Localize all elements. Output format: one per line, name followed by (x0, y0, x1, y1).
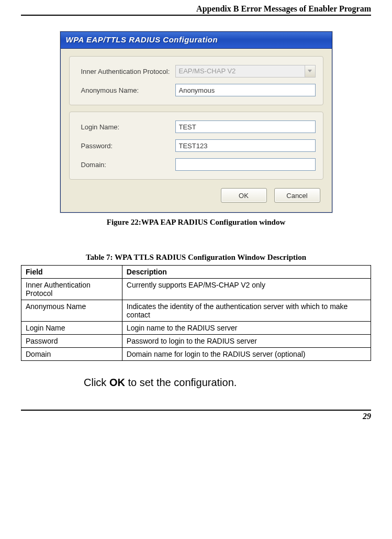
instruction-text: Click OK to set the configuration. (84, 377, 371, 389)
login-name-input[interactable] (175, 120, 316, 133)
cell-field: Inner Authentication Protocol (21, 279, 122, 300)
cell-desc: Domain name for login to the RADIUS serv… (122, 348, 371, 361)
auth-group: Inner Authentication Protocol: EAP/MS-CH… (69, 56, 323, 105)
cell-field: Domain (21, 348, 122, 361)
table-row: Password Password to login to the RADIUS… (21, 335, 371, 348)
table-caption: Table 7: WPA TTLS RADIUS Configuration W… (21, 253, 371, 262)
cell-field: Password (21, 335, 122, 348)
anonymous-name-label: Anonymous Name: (81, 86, 175, 94)
table-row: Inner Authentication Protocol Currently … (21, 279, 371, 300)
cell-desc: Currently supports EAP/MS-CHAP V2 only (122, 279, 371, 300)
figure-caption: Figure 22:WPA EAP RADIUS Configuration w… (21, 218, 371, 227)
password-input[interactable] (175, 139, 316, 152)
th-field: Field (21, 266, 122, 279)
cell-desc: Login name to the RADIUS server (122, 322, 371, 335)
page-header: Appendix B Error Messages of Enabler Pro… (21, 0, 371, 14)
config-table: Field Description Inner Authentication P… (21, 265, 371, 361)
login-group: Login Name: Password: Domain: (69, 112, 323, 180)
inner-auth-label: Inner Authentication Protocol: (81, 68, 175, 75)
screenshot-figure: WPA EAP/TTLS RADIUS Configuration Inner … (21, 31, 371, 213)
instruction-post: to set the configuration. (125, 377, 237, 388)
table-row: Anonymous Name Indicates the identity of… (21, 300, 371, 322)
login-name-label: Login Name: (81, 123, 175, 131)
cell-field: Login Name (21, 322, 122, 335)
cell-desc: Indicates the identity of the authentica… (122, 300, 371, 322)
header-rule (21, 15, 371, 16)
cell-field: Anonymous Name (21, 300, 122, 322)
instruction-bold: OK (109, 377, 125, 388)
domain-input[interactable] (175, 158, 316, 171)
xp-dialog: WPA EAP/TTLS RADIUS Configuration Inner … (60, 31, 332, 213)
chevron-down-icon[interactable] (305, 65, 316, 78)
anonymous-name-input[interactable] (175, 84, 316, 96)
dialog-titlebar: WPA EAP/TTLS RADIUS Configuration (61, 32, 332, 49)
ok-button[interactable]: OK (221, 188, 267, 203)
cell-desc: Password to login to the RADIUS server (122, 335, 371, 348)
th-desc: Description (122, 266, 371, 279)
page-number: 29 (21, 411, 371, 421)
inner-auth-select[interactable]: EAP/MS-CHAP V2 (175, 65, 305, 78)
instruction-pre: Click (84, 377, 109, 388)
table-header-row: Field Description (21, 266, 371, 279)
table-row: Login Name Login name to the RADIUS serv… (21, 322, 371, 335)
table-row: Domain Domain name for login to the RADI… (21, 348, 371, 361)
domain-label: Domain: (81, 161, 175, 169)
password-label: Password: (81, 142, 175, 150)
cancel-button[interactable]: Cancel (274, 188, 320, 203)
